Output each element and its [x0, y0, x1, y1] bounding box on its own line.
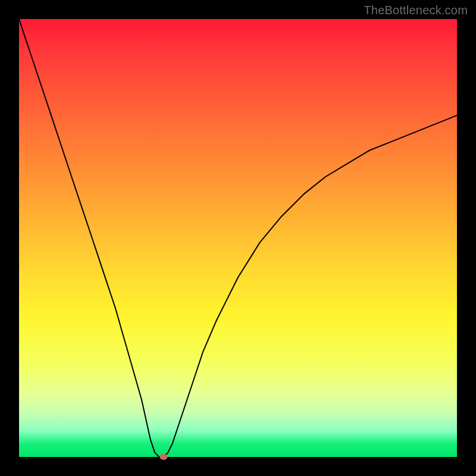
- bottleneck-curve: [19, 19, 457, 457]
- minimum-marker: [159, 454, 167, 460]
- chart-frame: TheBottleneck.com: [0, 0, 476, 476]
- watermark-text: TheBottleneck.com: [364, 4, 468, 17]
- plot-area: [19, 19, 457, 457]
